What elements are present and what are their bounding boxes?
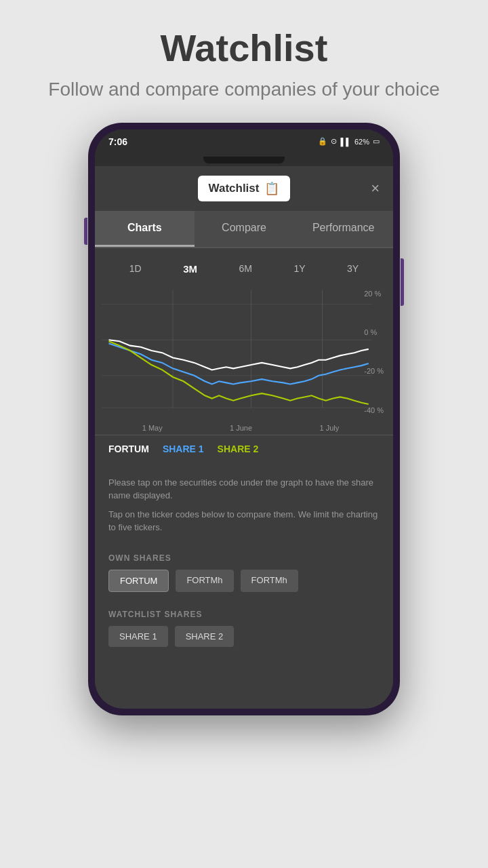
watchlist-icon: 📋 (264, 181, 279, 196)
period-3m[interactable]: 3M (178, 260, 203, 277)
watchlist-title-box: Watchlist 📋 (198, 176, 291, 201)
page-header: Watchlist Follow and compare companies o… (21, 0, 466, 123)
chart-svg (102, 283, 386, 418)
chart-container: 1D 3M 6M 1Y 3Y (95, 248, 393, 469)
period-selector: 1D 3M 6M 1Y 3Y (95, 255, 393, 283)
x-label-june: 1 June (230, 424, 252, 432)
phone-screen: 7:06 🔒 ⊙ ▌▌ 62% ▭ Watchlist 📋 × (95, 130, 393, 709)
close-button[interactable]: × (371, 180, 380, 197)
chip-share2[interactable]: SHARE 2 (175, 626, 235, 647)
chip-fortum[interactable]: FORTUM (108, 570, 169, 592)
chart-area: 20 % 0 % -20 % -40 % (95, 283, 393, 421)
camera-notch (203, 157, 285, 163)
status-time: 7:06 (108, 136, 127, 147)
chip-fortmh-2[interactable]: FORTMh (241, 570, 298, 592)
period-3y[interactable]: 3Y (342, 260, 364, 277)
period-1y[interactable]: 1Y (288, 260, 310, 277)
chip-share1[interactable]: SHARE 1 (108, 626, 168, 647)
legend-share2[interactable]: SHARE 2 (218, 443, 259, 454)
tabs-bar: Charts Compare Performance (95, 211, 393, 248)
chart-y-labels: 20 % 0 % -20 % -40 % (364, 283, 384, 421)
instruction-1: Please tap on the securities code under … (108, 476, 380, 502)
status-bar: 7:06 🔒 ⊙ ▌▌ 62% ▭ (95, 130, 393, 154)
legend-share1[interactable]: SHARE 1 (163, 443, 204, 454)
battery-level: 62% (354, 138, 369, 146)
chart-legend: FORTUM SHARE 1 SHARE 2 (95, 435, 393, 462)
y-label-0: 0 % (364, 328, 384, 336)
x-label-july: 1 July (320, 424, 340, 432)
period-6m[interactable]: 6M (234, 260, 258, 277)
lock-icon: 🔒 (318, 137, 327, 146)
watchlist-header: Watchlist 📋 × (95, 166, 393, 211)
page-title: Watchlist (48, 27, 439, 69)
watchlist-shares-label: WATCHLIST SHARES (108, 610, 380, 619)
own-shares-chips: FORTUM FORTMh FORTMh (108, 570, 380, 592)
signal-icon: ▌▌ (340, 138, 351, 146)
page-subtitle: Follow and compare companies of your cho… (48, 76, 439, 102)
watchlist-shares-section: WATCHLIST SHARES SHARE 1 SHARE 2 (95, 603, 393, 658)
y-label-minus40: -40 % (364, 406, 384, 414)
power-button (401, 258, 404, 306)
legend-fortum[interactable]: FORTUM (108, 443, 149, 454)
period-1d[interactable]: 1D (124, 260, 147, 277)
watchlist-shares-chips: SHARE 1 SHARE 2 (108, 626, 380, 647)
own-shares-section: OWN SHARES FORTUM FORTMh FORTMh (95, 547, 393, 603)
volume-button (84, 218, 87, 245)
y-label-20: 20 % (364, 290, 384, 298)
app-content: Watchlist 📋 × Charts Compare Performance… (95, 166, 393, 709)
tab-charts[interactable]: Charts (95, 211, 195, 247)
y-label-minus20: -20 % (364, 367, 384, 375)
own-shares-label: OWN SHARES (108, 553, 380, 563)
status-icons: 🔒 ⊙ ▌▌ 62% ▭ (318, 137, 380, 146)
watchlist-title-text: Watchlist (209, 182, 260, 195)
tab-performance[interactable]: Performance (293, 211, 393, 247)
x-label-may: 1 May (142, 424, 163, 432)
chart-x-labels: 1 May 1 June 1 July (95, 421, 393, 435)
instruction-2: Tap on the ticker codes below to compare… (108, 508, 380, 534)
tab-compare[interactable]: Compare (195, 211, 294, 247)
phone-shell: 7:06 🔒 ⊙ ▌▌ 62% ▭ Watchlist 📋 × (88, 123, 400, 715)
instructions-section: Please tap on the securities code under … (95, 469, 393, 547)
notch-bar (95, 154, 393, 166)
battery-icon: ▭ (373, 137, 380, 146)
chip-fortmh-1[interactable]: FORTMh (176, 570, 233, 592)
wifi-icon: ⊙ (331, 137, 337, 146)
